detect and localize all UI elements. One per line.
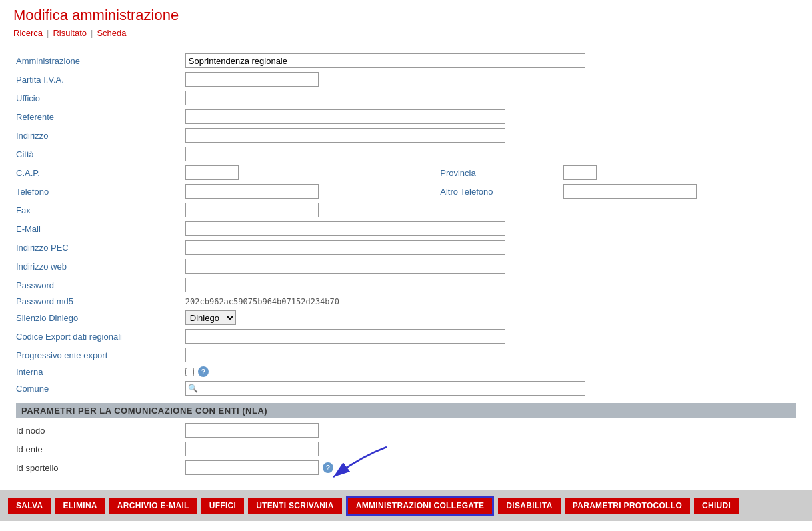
fax-label: Fax [13,201,183,219]
interna-help-icon[interactable]: ? [198,366,209,377]
codice-export-label: Codice Export dati regionali [13,327,183,346]
codice-export-input[interactable] [185,329,505,344]
amministrazioni-collegate-button[interactable]: AMMINISTRAZIONI COLLEGATE [346,496,495,516]
indirizzo-label: Indirizzo [13,126,183,145]
salva-button[interactable]: SALVA [8,498,51,514]
comune-wrapper: 🔍 [185,381,585,396]
breadcrumb-scheda[interactable]: Scheda [97,28,126,38]
telefono-label: Telefono [13,182,183,201]
partita-iva-input[interactable] [185,72,319,87]
utenti-scrivania-button[interactable]: UTENTI SCRIVANIA [248,498,342,514]
comune-input[interactable] [185,381,585,396]
breadcrumb-ricerca[interactable]: Ricerca [13,28,43,38]
silenzio-diniego-label: Silenzio Diniego [13,308,183,327]
id-nodo-input[interactable] [185,423,319,438]
fax-input[interactable] [185,203,319,217]
chiudi-button[interactable]: CHIUDI [694,498,739,514]
partita-iva-label: Partita I.V.A. [13,70,183,89]
cap-input[interactable] [185,165,239,180]
password-md5-value: 202cb962ac59075b964b07152d234b70 [185,297,339,306]
archivio-email-button[interactable]: ARCHIVIO E-MAIL [109,498,197,514]
provincia-input[interactable] [563,165,597,180]
parametri-protocollo-button[interactable]: PARAMETRI PROTOCOLLO [565,498,690,514]
comune-label: Comune [13,379,183,398]
email-label: E-Mail [13,219,183,238]
id-sportello-input[interactable] [185,460,319,475]
citta-input[interactable] [185,147,505,161]
password-label: Password [13,276,183,294]
indirizzo-web-input[interactable] [185,259,505,274]
interna-label: Interna [13,364,183,379]
amministrazione-input[interactable] [185,53,585,68]
page-title: Modifica amministrazione [13,7,799,24]
referente-input[interactable] [185,109,505,124]
id-nodo-label: Id nodo [13,421,183,440]
indirizzo-pec-input[interactable] [185,240,505,255]
id-ente-input[interactable] [185,442,319,456]
citta-label: Città [13,145,183,163]
breadcrumb-risultato[interactable]: Risultato [53,28,87,38]
altro-telefono-input[interactable] [563,184,697,199]
ufficio-label: Ufficio [13,89,183,107]
cap-label: C.A.P. [13,163,183,182]
altro-telefono-label: Altro Telefono [440,187,499,197]
referente-label: Referente [13,107,183,126]
password-md5-label: Password md5 [13,294,183,308]
elimina-button[interactable]: ELIMINA [55,498,105,514]
email-input[interactable] [185,221,505,236]
bottom-toolbar: SALVA ELIMINA ARCHIVIO E-MAIL UFFICI UTE… [0,490,812,521]
disabilita-button[interactable]: DISABILITA [498,498,560,514]
interna-checkbox[interactable] [185,368,194,376]
nla-section-header: PARAMETRI PER LA COMUNICAZIONE CON ENTI … [16,403,796,418]
indirizzo-pec-label: Indirizzo PEC [13,238,183,257]
id-ente-label: Id ente [13,440,183,458]
uffici-button[interactable]: UFFICI [201,498,244,514]
ufficio-input[interactable] [185,91,505,105]
provincia-label: Provincia [440,168,482,178]
progressivo-ente-input[interactable] [185,348,505,362]
id-sportello-label: Id sportello [13,458,183,477]
silenzio-diniego-select[interactable]: Diniego Assenso [185,310,236,325]
password-input[interactable] [185,278,505,292]
id-sportello-help-icon[interactable]: ? [323,462,333,473]
comune-search-icon: 🔍 [188,384,198,393]
breadcrumb: Ricerca | Risultato | Scheda [13,28,799,38]
indirizzo-input[interactable] [185,128,505,143]
progressivo-ente-label: Progressivo ente export [13,346,183,364]
amministrazione-label: Amministrazione [13,51,183,70]
telefono-input[interactable] [185,184,319,199]
form-table: Amministrazione Partita I.V.A. Ufficio [13,51,799,484]
indirizzo-web-label: Indirizzo web [13,257,183,276]
